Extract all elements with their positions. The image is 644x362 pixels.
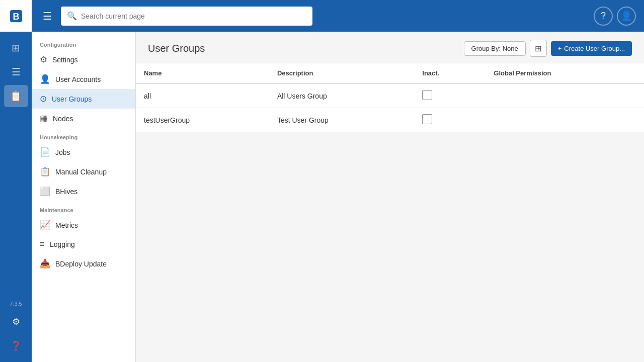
hamburger-icon: ☰ — [43, 11, 52, 22]
sidebar: Configuration ⚙ Settings 👤 User Accounts… — [32, 32, 136, 362]
icon-bar-item-settings[interactable]: ⚙ — [4, 311, 28, 333]
version-label: 7.3.5 — [10, 301, 22, 307]
sidebar-item-bhives[interactable]: ⬜ BHives — [32, 182, 135, 201]
table-header-row: Name Description Inact. Global Permissio… — [136, 63, 644, 83]
icon-bar-bottom: 7.3.5 ⚙ ❓ — [4, 301, 28, 362]
settings-icon: ⚙ — [12, 316, 20, 327]
sidebar-item-label: Metrics — [55, 221, 78, 229]
cell-inact[interactable] — [414, 83, 486, 108]
sidebar-item-label: Manual Cleanup — [55, 168, 107, 176]
sidebar-section-housekeeping: Housekeeping — [32, 128, 135, 142]
cell-description: All Users Group — [269, 83, 414, 108]
sidebar-item-label: BDeploy Update — [55, 260, 107, 268]
sidebar-item-label: User Accounts — [55, 75, 101, 83]
content-area: Configuration ⚙ Settings 👤 User Accounts… — [32, 32, 644, 362]
col-header-global-permission: Global Permission — [486, 63, 644, 83]
icon-bar-nav: ⊞ ☰ 📋 — [4, 37, 28, 301]
columns-icon: ⊞ — [535, 44, 541, 53]
cell-description: Test User Group — [269, 108, 414, 132]
sidebar-item-jobs[interactable]: 📄 Jobs — [32, 142, 135, 162]
top-header: ☰ 🔍 ? 👤 — [32, 0, 644, 32]
sidebar-item-label: Nodes — [53, 115, 73, 123]
svg-text:B: B — [13, 12, 19, 22]
search-input[interactable] — [81, 12, 306, 20]
user-icon: 👤 — [621, 11, 632, 22]
jobs-icon: 📄 — [40, 147, 50, 157]
search-icon: 🔍 — [67, 11, 77, 21]
cell-name: testUserGroup — [136, 108, 269, 132]
app-logo: B — [0, 0, 32, 32]
main-wrapper: ☰ 🔍 ? 👤 Configuration ⚙ Settings 👤 — [32, 0, 644, 362]
sidebar-section-configuration: Configuration — [32, 36, 135, 50]
col-header-inact: Inact. — [414, 63, 486, 83]
help-circle-icon: ❓ — [11, 340, 22, 351]
sidebar-item-nodes[interactable]: ▦ Nodes — [32, 109, 135, 128]
icon-bar-item-list[interactable]: ☰ — [4, 61, 28, 83]
nodes-icon: ▦ — [40, 113, 48, 124]
header-right: ? 👤 — [594, 7, 636, 26]
plus-icon: + — [558, 45, 562, 52]
sidebar-item-bdeploy-update[interactable]: 📥 BDeploy Update — [32, 254, 135, 274]
col-header-description: Description — [269, 63, 414, 83]
inact-checkbox[interactable] — [422, 114, 432, 124]
metrics-icon: 📈 — [40, 220, 50, 230]
sidebar-item-manual-cleanup[interactable]: 📋 Manual Cleanup — [32, 162, 135, 182]
icon-bar-item-grid[interactable]: ⊞ — [4, 37, 28, 59]
cell-global-permission — [486, 108, 644, 132]
logging-icon: ≡ — [40, 239, 45, 249]
grid-icon: ⊞ — [12, 42, 20, 54]
sidebar-item-label: Logging — [50, 240, 75, 248]
cell-name: all — [136, 83, 269, 108]
list-icon: ☰ — [12, 66, 21, 78]
inact-checkbox[interactable] — [422, 90, 432, 100]
sidebar-item-logging[interactable]: ≡ Logging — [32, 235, 135, 254]
bdeploy-update-icon: 📥 — [40, 258, 50, 269]
main-content: User Groups Group By: None ⊞ + Create Us… — [136, 32, 644, 362]
manual-cleanup-icon: 📋 — [40, 166, 50, 177]
sidebar-item-label: Settings — [52, 56, 78, 64]
sidebar-item-label: Jobs — [55, 148, 70, 156]
page-header: User Groups Group By: None ⊞ + Create Us… — [136, 32, 644, 63]
user-menu-button[interactable]: 👤 — [617, 7, 636, 26]
sidebar-item-settings[interactable]: ⚙ Settings — [32, 50, 135, 69]
icon-bar: B ⊞ ☰ 📋 7.3.5 ⚙ ❓ — [0, 0, 32, 362]
bhives-icon: ⬜ — [40, 186, 50, 197]
page-header-actions: Group By: None ⊞ + Create User Group... — [464, 40, 632, 57]
config-icon: 📋 — [10, 90, 22, 102]
sidebar-item-label: User Groups — [52, 95, 92, 103]
sidebar-item-user-groups[interactable]: ⊙ User Groups — [32, 89, 135, 109]
user-groups-table-container: Name Description Inact. Global Permissio… — [136, 63, 644, 132]
create-user-group-button[interactable]: + Create User Group... — [551, 41, 632, 56]
cell-inact[interactable] — [414, 108, 486, 132]
sidebar-item-metrics[interactable]: 📈 Metrics — [32, 215, 135, 235]
sidebar-item-user-accounts[interactable]: 👤 User Accounts — [32, 69, 135, 89]
col-header-name: Name — [136, 63, 269, 83]
icon-bar-item-config[interactable]: 📋 — [4, 85, 28, 107]
icon-bar-item-help[interactable]: ❓ — [4, 335, 28, 357]
cell-global-permission — [486, 83, 644, 108]
menu-toggle-button[interactable]: ☰ — [40, 7, 55, 25]
table-row[interactable]: testUserGroupTest User Group — [136, 108, 644, 132]
settings-icon: ⚙ — [40, 54, 47, 65]
user-accounts-icon: 👤 — [40, 74, 50, 84]
group-by-button[interactable]: Group By: None — [464, 41, 526, 56]
help-icon: ? — [601, 11, 606, 21]
page-title: User Groups — [148, 43, 205, 54]
sidebar-section-maintenance: Maintenance — [32, 201, 135, 215]
table-row[interactable]: allAll Users Group — [136, 83, 644, 108]
user-groups-table: Name Description Inact. Global Permissio… — [136, 63, 644, 132]
columns-toggle-button[interactable]: ⊞ — [530, 40, 547, 57]
help-button[interactable]: ? — [594, 7, 613, 26]
sidebar-item-label: BHives — [55, 188, 77, 196]
search-bar: 🔍 — [61, 7, 312, 26]
user-groups-icon: ⊙ — [40, 94, 47, 104]
